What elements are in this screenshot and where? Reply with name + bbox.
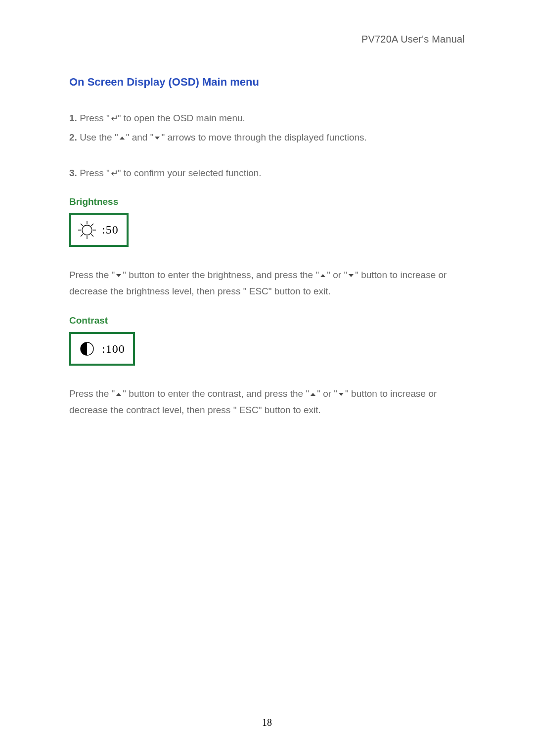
header-title: PV720A User's Manual	[69, 34, 465, 45]
step-3-number: 3.	[69, 168, 77, 178]
contrast-heading: Contrast	[69, 315, 465, 326]
contrast-osd-box: :100	[69, 332, 135, 366]
contrast-description: Press the "" button to enter the contras…	[69, 385, 465, 419]
down-arrow-icon	[347, 268, 355, 275]
up-arrow-icon	[118, 132, 126, 139]
contrast-desc-c: " or "	[317, 388, 337, 399]
step-2-number: 2.	[69, 132, 77, 142]
up-arrow-icon	[115, 386, 123, 393]
brightness-value: :50	[102, 223, 119, 236]
page-number: 18	[0, 717, 534, 728]
svg-point-0	[82, 225, 92, 235]
down-arrow-icon	[153, 132, 161, 139]
brightness-heading: Brightness	[69, 196, 465, 207]
step-1-text-a: Press "	[77, 113, 110, 123]
step-2: 2. Use the "" and "" arrows to move thro…	[69, 131, 465, 145]
step-1-number: 1.	[69, 113, 77, 123]
brightness-sun-icon	[76, 219, 98, 241]
step-1-text-b: " to open the OSD main menu.	[118, 113, 245, 123]
step-2-text-a: Use the "	[77, 132, 118, 142]
up-arrow-icon	[309, 386, 317, 393]
brightness-desc-a: Press the "	[69, 270, 115, 280]
contrast-desc-b: " button to enter the contrast, and pres…	[123, 388, 309, 399]
step-2-text-b: " and "	[126, 132, 154, 142]
brightness-desc-c: " or "	[327, 270, 347, 280]
step-1: 1. Press "" to open the OSD main menu.	[69, 111, 465, 126]
svg-line-7	[81, 234, 83, 236]
enter-icon	[110, 112, 118, 119]
section-title: On Screen Display (OSD) Main menu	[69, 76, 465, 89]
svg-line-5	[81, 224, 83, 226]
step-3: 3. Press "" to confirm your selected fun…	[69, 166, 465, 181]
brightness-osd-box: :50	[69, 213, 129, 247]
down-arrow-icon	[115, 268, 123, 275]
up-arrow-icon	[319, 268, 327, 275]
down-arrow-icon	[337, 386, 345, 393]
svg-line-8	[91, 224, 94, 226]
step-3-text-b: " to confirm your selected function.	[118, 168, 262, 178]
brightness-desc-b: " button to enter the brightness, and pr…	[123, 270, 319, 280]
contrast-desc-a: Press the "	[69, 388, 115, 399]
contrast-value: :100	[102, 342, 125, 356]
enter-icon	[110, 167, 118, 174]
svg-line-6	[91, 234, 94, 236]
step-3-text-a: Press "	[77, 168, 110, 178]
brightness-description: Press the "" button to enter the brightn…	[69, 267, 465, 300]
step-2-text-c: " arrows to move through the displayed f…	[161, 132, 366, 142]
contrast-circle-icon	[76, 338, 98, 360]
